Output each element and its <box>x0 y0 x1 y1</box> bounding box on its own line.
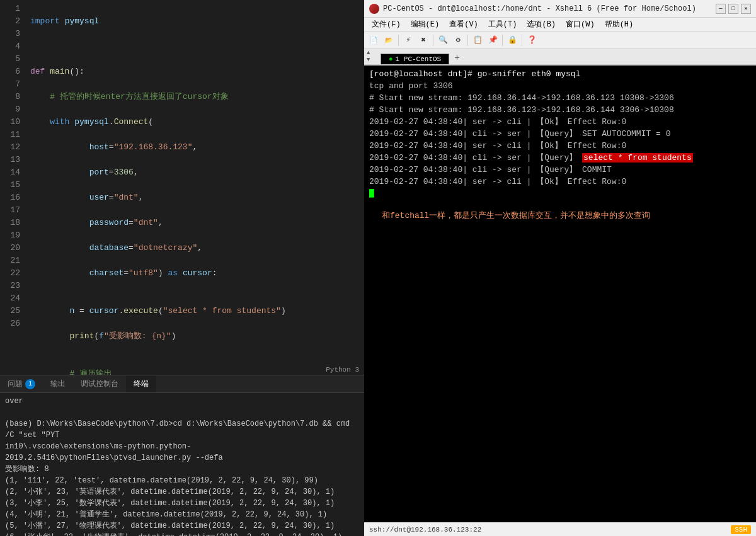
line-numbers: 12345 678910 1112131415 1617181920 21222… <box>0 0 25 375</box>
term-line-8: 2019-02-27 04:38:40| cli -> ser | 【Query… <box>369 152 751 164</box>
maximize-button[interactable]: □ <box>728 4 738 14</box>
toolbar-sep1 <box>398 35 399 46</box>
term-line-6: 2019-02-27 04:38:40| cli -> ser | 【Query… <box>369 128 751 140</box>
highlighted-query: select * from students <box>582 153 693 163</box>
xshell-menubar: 文件(F) 编辑(E) 查看(V) 工具(T) 选项(B) 窗口(W) 帮助(H… <box>364 18 756 31</box>
tab-bar: 问题 1 输出 调试控制台 终端 <box>0 375 364 393</box>
toolbar-lock[interactable]: 🔒 <box>505 33 519 47</box>
code-editor: 12345 678910 1112131415 1617181920 21222… <box>0 0 364 375</box>
terminal-panel: 问题 1 输出 调试控制台 终端 over (base) D:\Works\Ba… <box>0 375 364 536</box>
tab-problems-label: 问题 <box>8 379 23 389</box>
tab-output[interactable]: 输出 <box>43 375 73 392</box>
term-line-7: 2019-02-27 04:38:40| ser -> cli | 【Ok】 E… <box>369 140 751 152</box>
tab-terminal-label: 终端 <box>134 379 149 389</box>
tab-scroll-down[interactable]: ▼ <box>367 57 378 63</box>
term-line-1: [root@localhost dnt]# go-sniffer eth0 my… <box>369 68 751 80</box>
term-line-9: 2019-02-27 04:38:40| cli -> ser | 【Query… <box>369 164 751 176</box>
toolbar-open[interactable]: 📂 <box>382 33 396 47</box>
language-indicator: Python 3 <box>326 366 359 373</box>
tab-output-label: 输出 <box>50 379 66 389</box>
xshell-titlebar: PC-CentOS - dnt@localhost:/home/dnt - Xs… <box>364 0 756 18</box>
term-line-2: tcp and port 3306 <box>369 80 751 92</box>
menu-edit[interactable]: 编辑(E) <box>406 19 445 30</box>
tab-problems[interactable]: 问题 1 <box>0 375 43 392</box>
annotation-text: 和fetchall一样，都是只产生一次数据库交互，并不是想象中的多次查询 <box>382 210 751 221</box>
menu-view[interactable]: 查看(V) <box>444 19 483 30</box>
statusbar-connection: ssh://dnt@192.168.36.123:22 <box>369 526 481 533</box>
xshell-session-tab[interactable]: ● 1 PC-CentOS <box>381 54 449 64</box>
xshell-window: PC-CentOS - dnt@localhost:/home/dnt - Xs… <box>364 0 756 536</box>
xshell-title: PC-CentOS - dnt@localhost:/home/dnt - Xs… <box>383 4 696 13</box>
menu-tools[interactable]: 工具(T) <box>483 19 522 30</box>
term-line-4: # Start new stream: 192.168.36.123->192.… <box>369 104 751 116</box>
tab-scroll-up[interactable]: ▲ <box>367 50 378 56</box>
menu-file[interactable]: 文件(F) <box>367 19 406 30</box>
toolbar-sep2 <box>433 35 433 46</box>
code-content: import pymysql def main(): # 托管的时候enter方… <box>25 0 364 375</box>
session-tab-label: 1 PC-CentOS <box>396 55 442 63</box>
xshell-tabbar: ▲ ▼ ● 1 PC-CentOS + <box>364 49 756 66</box>
toolbar-settings[interactable]: ⚙ <box>451 33 465 47</box>
toolbar-copy[interactable]: 📋 <box>471 33 484 47</box>
term-line-5: 2019-02-27 04:38:40| ser -> cli | 【Ok】 E… <box>369 116 751 128</box>
xshell-terminal-body[interactable]: [root@localhost dnt]# go-sniffer eth0 my… <box>364 66 756 522</box>
xshell-app-icon <box>369 4 379 14</box>
tab-terminal[interactable]: 终端 <box>126 375 156 392</box>
code-area: 12345 678910 1112131415 1617181920 21222… <box>0 0 364 375</box>
toolbar-sep5 <box>522 35 522 46</box>
toolbar-paste[interactable]: 📌 <box>486 33 500 47</box>
toolbar-search[interactable]: 🔍 <box>436 33 450 47</box>
toolbar-sep4 <box>502 35 503 46</box>
menu-options[interactable]: 选项(B) <box>522 19 561 30</box>
statusbar-protocol: SSH <box>731 525 751 534</box>
terminal-output: over (base) D:\Works\BaseCode\python\7.d… <box>0 393 364 536</box>
term-line-10: 2019-02-27 04:38:40| ser -> cli | 【Ok】 E… <box>369 176 751 188</box>
xshell-statusbar: ssh://dnt@192.168.36.123:22 SSH <box>364 522 756 536</box>
session-status-icon: ● <box>389 55 393 63</box>
menu-window[interactable]: 窗口(W) <box>561 19 600 30</box>
toolbar-connect[interactable]: ⚡ <box>401 33 415 47</box>
toolbar-new[interactable]: 📄 <box>367 33 381 47</box>
toolbar-disconnect[interactable]: ✖ <box>416 33 430 47</box>
xshell-toolbar: 📄 📂 ⚡ ✖ 🔍 ⚙ 📋 📌 🔒 ❓ <box>364 31 756 49</box>
cursor-line: █ <box>369 188 751 200</box>
toolbar-sep3 <box>467 35 468 46</box>
tab-debug-label: 调试控制台 <box>81 379 118 389</box>
tab-debug-console[interactable]: 调试控制台 <box>73 375 126 392</box>
minimize-button[interactable]: ─ <box>716 4 726 14</box>
problems-badge: 1 <box>25 379 35 389</box>
tab-add-button[interactable]: + <box>449 52 464 64</box>
close-button[interactable]: ✕ <box>741 4 751 14</box>
toolbar-help[interactable]: ❓ <box>525 33 539 47</box>
term-line-3: # Start new stream: 192.168.36.144->192.… <box>369 92 751 104</box>
menu-help[interactable]: 帮助(H) <box>600 19 639 30</box>
